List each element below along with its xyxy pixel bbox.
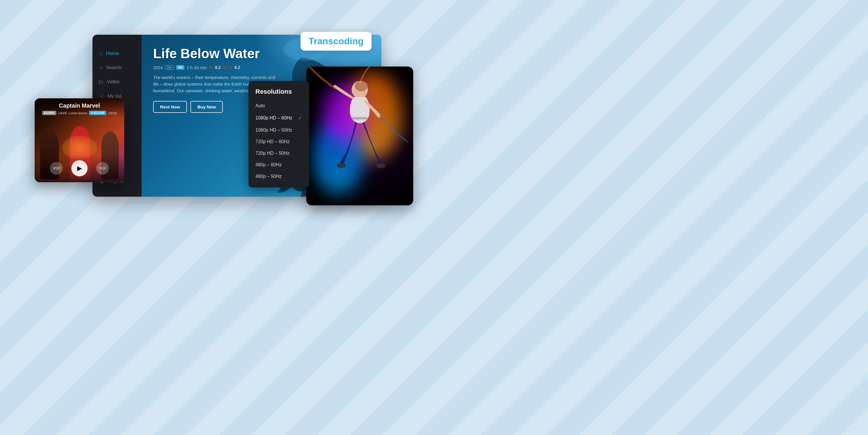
resolution-720p-50[interactable]: 720p HD – 50Hz — [248, 147, 309, 159]
resolution-auto-label: Auto — [255, 103, 265, 109]
sidebar-item-search[interactable]: ○ Search — [92, 60, 142, 75]
resolution-1080p-50-label: 1080p HD – 50Hz — [255, 127, 292, 133]
svg-point-7 — [376, 164, 385, 168]
hero-duration: 2 h 20 min — [187, 65, 207, 70]
hero-rating-badge: 10+ — [165, 65, 174, 70]
player-controls: ↺10 ▶ ↻10 — [35, 154, 124, 182]
score-box-1 — [209, 66, 213, 69]
checkmark-icon: ✓ — [298, 115, 302, 121]
resolution-720p-60-label: 720p HD – 60Hz — [255, 139, 289, 144]
player-card: Captain Marvel AGORA 14h00 Lorem Ipsum A… — [35, 98, 124, 182]
badge-time2: 14h30 — [108, 111, 117, 115]
dancer-illustration — [306, 66, 413, 205]
player-title: Captain Marvel — [38, 103, 121, 109]
resolution-480p-60[interactable]: 480p – 60Hz — [248, 159, 309, 171]
hero-title: Life Below Water — [153, 46, 292, 61]
rent-now-button[interactable]: Rent Now — [153, 101, 187, 113]
badge-agora: AGORA — [42, 111, 56, 115]
transcoding-card: Transcoding — [301, 32, 372, 51]
dancer-card — [306, 66, 413, 205]
resolutions-panel: Resolutions Auto 1080p HD – 60Hz ✓ 1080p… — [248, 81, 309, 187]
forward-button[interactable]: ↻10 — [96, 162, 109, 175]
rewind-icon: ↺10 — [53, 166, 60, 170]
resolution-720p-50-label: 720p HD – 50Hz — [255, 151, 289, 156]
svg-rect-8 — [352, 117, 368, 119]
score-box-3 — [228, 66, 232, 69]
player-header: Captain Marvel AGORA 14h00 Lorem Ipsum A… — [35, 98, 124, 117]
badge-seguir: A SEGUIR — [89, 111, 106, 115]
resolution-480p-60-label: 480p – 60Hz — [255, 162, 282, 168]
sidebar-item-home-label: Home — [106, 51, 119, 56]
search-icon: ○ — [99, 64, 102, 70]
badge-lorem: Lorem Ipsum — [69, 111, 87, 115]
resolution-1080p-60-label: 1080p HD – 60Hz — [255, 115, 292, 121]
hero-metadata: 2024 10+ HD 2 h 20 min 8.2 8.2 — [153, 65, 292, 70]
score-box-2 — [223, 66, 226, 69]
forward-icon: ↻10 — [99, 166, 106, 170]
resolution-720p-60[interactable]: 720p HD – 60Hz — [248, 136, 309, 147]
sidebar-item-home[interactable]: ⌂ Home — [92, 46, 142, 60]
play-button[interactable]: ▶ — [71, 160, 88, 176]
sidebar-item-video-label: Video — [107, 79, 119, 85]
sidebar-item-search-label: Search — [106, 65, 122, 70]
home-icon: ⌂ — [99, 50, 102, 56]
resolution-1080p-60[interactable]: 1080p HD – 60Hz ✓ — [248, 112, 309, 124]
hero-score2: 8.2 — [234, 65, 240, 70]
sidebar-item-video[interactable]: ▷ Video — [92, 75, 142, 89]
badge-time1: 14h00 — [58, 111, 67, 115]
resolution-1080p-50[interactable]: 1080p HD – 50Hz — [248, 124, 309, 136]
svg-point-5 — [355, 81, 368, 91]
svg-point-6 — [337, 163, 346, 168]
hero-score1: 8.2 — [215, 65, 220, 70]
rewind-button[interactable]: ↺10 — [50, 162, 63, 175]
hero-quality-badge: HD — [176, 65, 184, 70]
resolution-auto[interactable]: Auto — [248, 100, 309, 112]
video-icon: ▷ — [99, 79, 103, 85]
play-icon: ▶ — [77, 165, 82, 172]
resolution-480p-50-label: 480p – 50Hz — [255, 174, 282, 179]
buy-now-button[interactable]: Buy Now — [190, 101, 223, 113]
transcoding-label: Transcoding — [301, 32, 372, 51]
player-badges: AGORA 14h00 Lorem Ipsum A SEGUIR 14h30 — [38, 111, 121, 115]
resolution-480p-50[interactable]: 480p – 50Hz — [248, 171, 309, 182]
resolutions-title: Resolutions — [248, 88, 309, 100]
hero-year: 2024 — [153, 65, 163, 70]
